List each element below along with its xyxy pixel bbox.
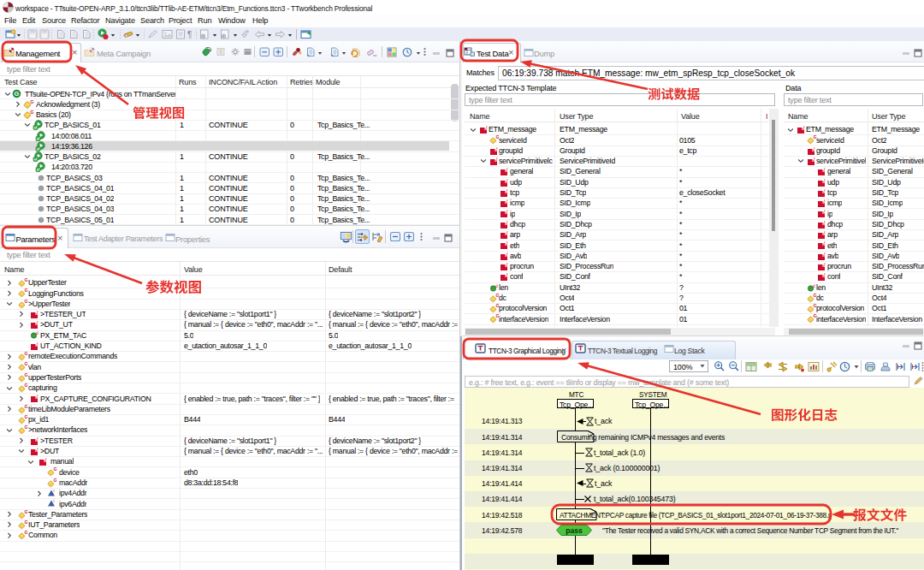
svg-text:G: G xyxy=(15,90,20,98)
svg-text:f: f xyxy=(486,125,488,130)
svg-text:f: f xyxy=(824,167,826,172)
svg-text:t: t xyxy=(54,489,56,493)
svg-text:f: f xyxy=(506,262,508,267)
svg-text:f: f xyxy=(37,447,38,452)
svg-text:G: G xyxy=(30,99,33,104)
svg-text:f: f xyxy=(824,230,826,235)
svg-text:f: f xyxy=(506,240,508,246)
svg-text:f: f xyxy=(496,146,498,151)
svg-text:f: f xyxy=(824,188,826,193)
svg-text:f: f xyxy=(506,272,508,277)
svg-text:f: f xyxy=(824,272,826,277)
svg-text:f: f xyxy=(506,209,508,214)
svg-text:d: d xyxy=(495,283,498,288)
svg-text:f: f xyxy=(824,178,826,183)
svg-text:d: d xyxy=(813,283,815,288)
svg-text:f: f xyxy=(506,220,508,225)
svg-text:t: t xyxy=(54,499,56,503)
svg-text:f: f xyxy=(45,457,47,462)
svg-text:d: d xyxy=(36,330,38,335)
svg-text:f: f xyxy=(37,436,38,442)
svg-text:G: G xyxy=(30,110,33,115)
svg-text:G: G xyxy=(54,478,57,483)
svg-text:f: f xyxy=(803,125,805,130)
svg-text:f: f xyxy=(37,341,38,347)
svg-text:f: f xyxy=(824,252,826,257)
svg-text:f: f xyxy=(506,167,508,172)
svg-text:f: f xyxy=(37,394,38,399)
svg-text:f: f xyxy=(824,220,826,225)
svg-text:f: f xyxy=(506,252,508,257)
svg-text:f: f xyxy=(814,157,815,162)
svg-text:f: f xyxy=(824,199,826,204)
svg-text:G: G xyxy=(54,467,57,472)
svg-text:f: f xyxy=(37,310,38,315)
svg-text:f: f xyxy=(506,199,508,204)
svg-text:f: f xyxy=(814,146,815,151)
svg-text:f: f xyxy=(506,230,508,235)
svg-text:f: f xyxy=(824,240,826,246)
svg-text:f: f xyxy=(506,178,508,183)
svg-text:f: f xyxy=(506,188,508,193)
svg-text:f: f xyxy=(37,320,38,325)
svg-text:f: f xyxy=(496,157,498,162)
svg-text:f: f xyxy=(824,262,826,267)
svg-text:pass: pass xyxy=(566,526,583,535)
svg-text:f: f xyxy=(824,209,826,214)
